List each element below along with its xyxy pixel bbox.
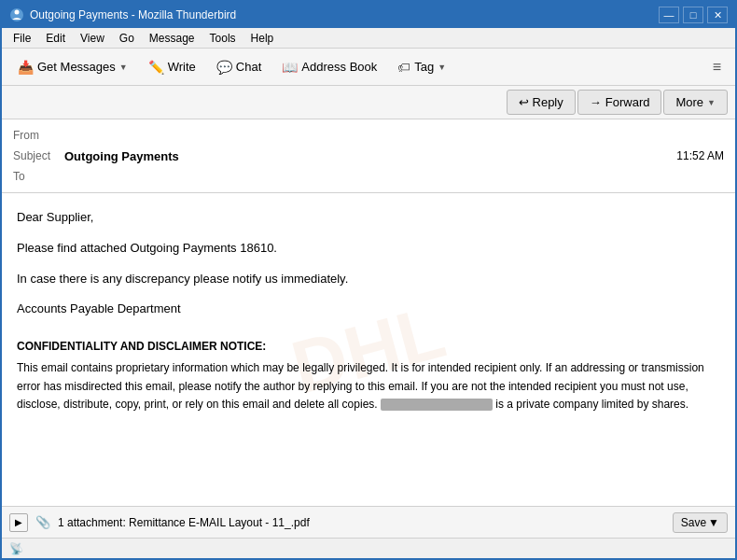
title-bar: Outgoing Payments - Mozilla Thunderbird … [2,2,735,28]
svg-point-1 [15,10,20,15]
email-content: Dear Supplier, Please find attached Outg… [17,208,720,413]
menu-tools[interactable]: Tools [202,30,243,47]
discrepancy-text: In case there is any discrepancy please … [17,270,720,289]
forward-icon: → [590,95,602,109]
write-icon: ✏️ [148,60,164,75]
minimize-button[interactable]: — [659,7,679,23]
maximize-button[interactable]: □ [683,7,703,23]
menu-help[interactable]: Help [243,30,282,47]
greeting: Dear Supplier, [17,208,720,228]
email-header: From Subject Outgoing Payments 11:52 AM … [2,119,735,193]
get-messages-icon: 📥 [18,60,34,75]
tag-dropdown-icon[interactable]: ▼ [438,63,446,72]
subject-row: Subject Outgoing Payments 11:52 AM [13,146,724,166]
from-row: From [13,125,724,146]
address-book-icon: 📖 [282,60,298,75]
redacted-company [381,399,493,411]
reply-label: Reply [533,95,563,109]
menu-edit[interactable]: Edit [38,30,73,47]
to-label: To [13,170,64,183]
disclaimer-suffix: is a private company limited by shares. [495,398,688,411]
reply-button[interactable]: ↩ Reply [507,90,576,115]
get-messages-label: Get Messages [37,60,116,74]
app-icon [9,7,24,22]
save-dropdown-icon[interactable]: ▼ [708,516,719,529]
forward-label: Forward [605,95,650,109]
disclaimer-section: CONFIDENTIALITY AND DISCLAIMER NOTICE: T… [17,338,720,413]
action-toolbar: ↩ Reply → Forward More ▼ [2,86,735,119]
address-book-button[interactable]: 📖 Address Book [273,55,385,79]
address-book-label: Address Book [301,60,377,74]
get-messages-dropdown-icon[interactable]: ▼ [119,63,128,72]
window-controls: — □ ✕ [659,7,728,23]
more-dropdown-icon: ▼ [707,98,716,107]
subject-label: Subject [13,149,64,162]
tag-button[interactable]: 🏷 Tag ▼ [389,55,454,79]
chat-button[interactable]: 💬 Chat [208,55,270,79]
toolbar-menu-button[interactable]: ≡ [706,54,728,80]
attachment-count: 1 attachment: [58,516,126,529]
email-time: 11:52 AM [676,149,724,162]
menu-view[interactable]: View [73,30,112,47]
tag-label: Tag [414,60,434,74]
main-toolbar: 📥 Get Messages ▼ ✏️ Write 💬 Chat 📖 Addre… [2,49,735,86]
email-body: DHL Dear Supplier, Please find attached … [2,193,735,506]
write-label: Write [168,60,196,74]
chat-label: Chat [236,60,261,74]
attachment-bar: ▶ 📎 1 attachment: Remittance E-MAIL Layo… [2,506,735,538]
forward-button[interactable]: → Forward [577,90,662,115]
tag-icon: 🏷 [397,60,410,75]
menu-file[interactable]: File [6,30,38,47]
save-label: Save [681,516,706,529]
attachment-filename: Remittance E-MAIL Layout - 11_.pdf [129,516,310,529]
main-window: Outgoing Payments - Mozilla Thunderbird … [0,0,737,560]
close-button[interactable]: ✕ [707,7,728,23]
department-text: Accounts Payable Department [17,300,720,319]
from-label: From [13,129,64,142]
attachment-info: 1 attachment: Remittance E-MAIL Layout -… [58,516,665,529]
to-row: To [13,166,724,187]
disclaimer-title: CONFIDENTIALITY AND DISCLAIMER NOTICE: [17,338,720,356]
more-label: More [675,95,703,109]
attachment-expand-button[interactable]: ▶ [9,513,28,532]
attachment-icon: 📎 [35,515,50,529]
menu-message[interactable]: Message [142,30,202,47]
save-button[interactable]: Save ▼ [673,512,728,533]
reply-icon: ↩ [519,95,529,109]
subject-value: Outgoing Payments [64,149,676,163]
write-button[interactable]: ✏️ Write [140,55,204,79]
menu-bar: File Edit View Go Message Tools Help [2,28,735,49]
status-bar: 📡 [2,538,735,558]
main-text: Please find attached Outgoing Payments 1… [17,239,720,259]
get-messages-button[interactable]: 📥 Get Messages ▼ [9,55,136,79]
more-button[interactable]: More ▼ [663,90,728,115]
connection-status-icon: 📡 [9,542,23,555]
menu-go[interactable]: Go [112,30,142,47]
window-title: Outgoing Payments - Mozilla Thunderbird [30,8,659,21]
chat-icon: 💬 [216,60,232,75]
